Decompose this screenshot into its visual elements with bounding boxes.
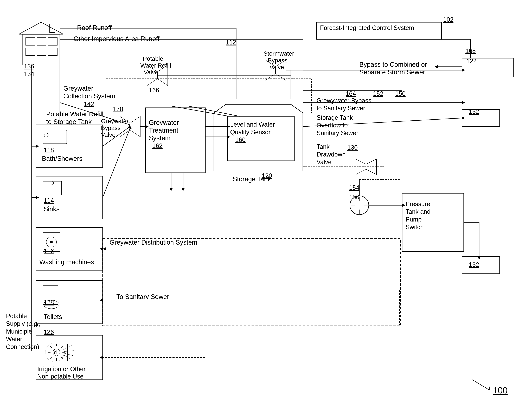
sprinkler-d: d — [54, 349, 57, 355]
label-102: 102 — [443, 16, 454, 23]
sanitary-sewer-label: To Sanitary Sewer — [116, 293, 169, 300]
forecast-label: Forcast-Integrated Control System — [320, 24, 414, 31]
pressure-tank2: Tank and — [406, 208, 430, 215]
label-154: 154 — [349, 184, 359, 191]
label-132-top: 132 — [469, 108, 479, 115]
level-sensor-label1: Level and Water — [230, 121, 275, 128]
label-128: 128 — [44, 299, 54, 306]
greywater-treatment-label3: System — [149, 134, 171, 142]
bath-label: Bath/Showers — [42, 155, 83, 162]
greywater-collection-label2: Collection System — [63, 93, 115, 100]
label-118-ref: 118 — [44, 147, 54, 154]
potable-supply2: Supply (e.g., — [6, 320, 40, 327]
storage-overflow3: Sanitary Sewer — [317, 130, 358, 137]
potable-refill-label: Potable Water Refill — [46, 111, 103, 118]
tank-drawdown2: Drawdown — [317, 151, 346, 158]
storage-overflow1: Storage Tank — [317, 114, 353, 121]
sinks-label: Sinks — [44, 205, 59, 213]
label-136: 136 — [24, 63, 34, 70]
potable-supply5: Connection) — [6, 343, 39, 350]
stormwater-valve-label3: Valve — [269, 64, 284, 70]
stormwater-valve-label1: Stormwater — [264, 50, 294, 57]
label-170: 170 — [113, 105, 123, 112]
bypass-text-1: Bypass to Combined or — [359, 61, 427, 68]
label-160: 160 — [235, 136, 246, 143]
pressure-tank3: Pump — [406, 216, 422, 223]
roof-runoff-label: Roof Runoff — [77, 24, 112, 31]
greywater-treatment-label2: Treatment — [149, 127, 178, 134]
svg-point-28 — [50, 241, 53, 243]
label-134: 134 — [24, 70, 34, 77]
label-142: 142 — [84, 100, 94, 107]
potable-supply3: Municiple — [6, 328, 32, 335]
distribution-label: Greywater Distribution System — [110, 239, 197, 246]
potable-supply4: Water — [6, 335, 22, 343]
label-132-bottom: 132 — [469, 261, 479, 268]
greywater-bypass-sanitary1: Grewywater Bypass — [317, 97, 371, 104]
storage-overflow2: Overflow to — [317, 122, 348, 129]
greywater-bypass-sanitary2: to Sanitary Sewer — [317, 105, 365, 112]
label-126: 126 — [44, 328, 54, 335]
tank-drawdown1: Tank — [317, 143, 330, 150]
toilets-label: Toliets — [44, 313, 62, 320]
bypass-text-2: Separate Storm Sewer — [359, 69, 425, 76]
other-runoff-label: Other Impervious Area Runoff — [74, 35, 160, 42]
potable-valve-label1: Potable — [143, 55, 163, 62]
label-152: 152 — [373, 90, 383, 97]
greywater-collection-label: Greywater — [63, 85, 94, 92]
greywater-treatment-label1: Greywater — [149, 119, 179, 126]
potable-supply1: Potable — [6, 313, 27, 319]
label-130: 130 — [347, 144, 358, 151]
washing-label: Washing machines — [39, 259, 94, 266]
greywater-bypass-label2: Bypass — [101, 124, 121, 131]
label-150: 150 — [395, 90, 406, 97]
label-162: 162 — [152, 142, 162, 149]
label-166: 166 — [149, 87, 159, 94]
level-sensor-label2: Quality Sensor — [230, 129, 271, 136]
label-120: 120 — [262, 172, 272, 179]
label-164: 164 — [346, 90, 356, 97]
label-116: 116 — [44, 248, 54, 254]
label-114: 114 — [44, 197, 54, 204]
irrigation-label1: Irrigation or Other — [37, 365, 86, 373]
stormwater-valve-label2: Bypass — [268, 57, 287, 64]
svg-rect-0 — [0, 0, 532, 410]
label-112: 112 — [226, 39, 236, 46]
greywater-bypass-label3: Valve — [101, 131, 115, 138]
pressure-tank1: Pressure — [406, 200, 430, 207]
potable-refill-label2: to Storage Tank — [46, 118, 92, 125]
potable-valve-label2: Water Refill — [140, 62, 171, 69]
tank-drawdown3: Valve — [317, 158, 332, 166]
irrigation-label2: Non-potable Use — [37, 373, 84, 380]
potable-valve-label3: Valve — [144, 69, 158, 76]
diagram-container: 136 134 Roof Runoff Other Impervious Are… — [0, 0, 532, 410]
label-100: 100 — [493, 385, 508, 395]
label-122: 122 — [466, 58, 476, 65]
pressure-tank4: Switch — [406, 224, 424, 231]
